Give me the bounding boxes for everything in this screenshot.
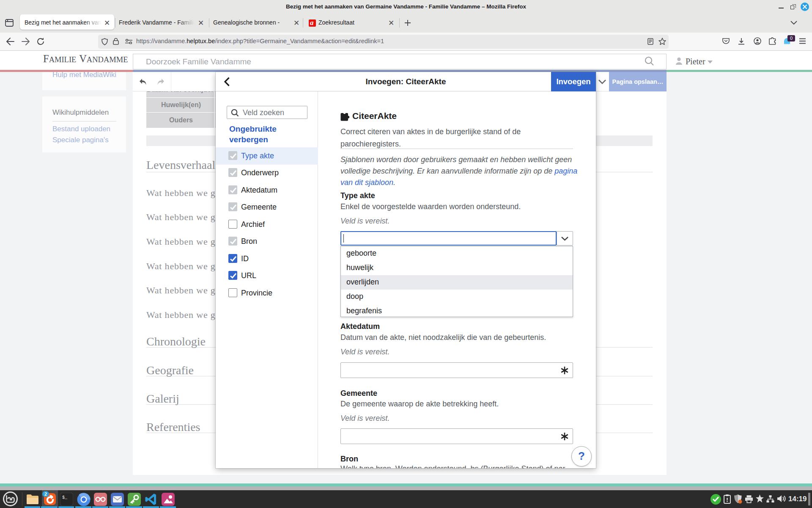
svg-text:$_: $_	[62, 495, 68, 500]
